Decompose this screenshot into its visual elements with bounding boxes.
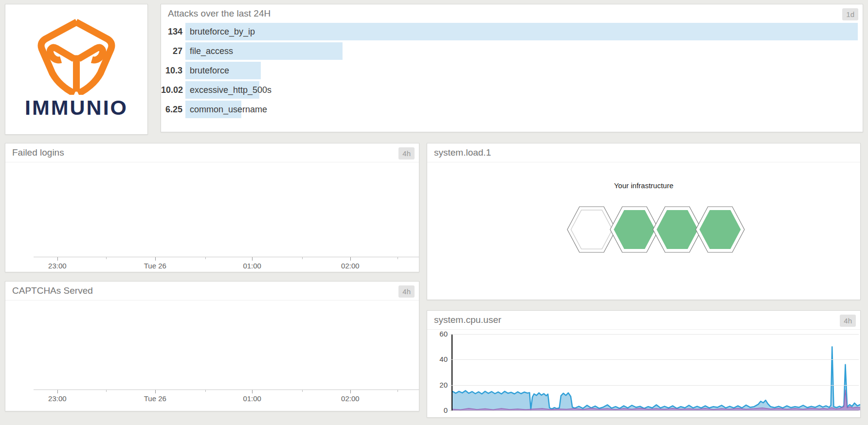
panel-title: Attacks over the last 24H bbox=[168, 8, 271, 19]
title-separator bbox=[5, 300, 419, 301]
panel-title: CAPTCHAs Served bbox=[12, 285, 93, 296]
captchas-panel: CAPTCHAs Served 4h 23:00Tue 2601:0002:00 bbox=[5, 281, 419, 411]
cpu-y-tick-label: 60 bbox=[427, 330, 448, 338]
toplist-row[interactable]: 10.02excessive_http_500s bbox=[161, 80, 858, 100]
axis-minor-tick bbox=[106, 257, 107, 259]
axis-tick-label: Tue 26 bbox=[144, 394, 166, 403]
captchas-x-axis[interactable]: 23:00Tue 2601:0002:00 bbox=[34, 390, 417, 410]
immunio-shield-icon bbox=[31, 15, 122, 95]
axis-major-tick bbox=[252, 390, 253, 393]
host-hexagon[interactable] bbox=[653, 207, 702, 252]
system-load-panel: system.load.1 Your infrastructure bbox=[427, 143, 861, 300]
axis-minor-tick bbox=[205, 257, 206, 259]
x-axis-line bbox=[34, 257, 419, 257]
logo-panel: IMMUNIO bbox=[5, 4, 148, 135]
panel-title: system.cpu.user bbox=[434, 315, 501, 325]
toplist-row[interactable]: 10.3bruteforce bbox=[161, 61, 858, 80]
axis-major-tick bbox=[57, 257, 58, 261]
axis-minor-tick bbox=[205, 390, 206, 392]
immunio-logo: IMMUNIO bbox=[5, 4, 147, 120]
toplist-row[interactable]: 6.25common_username bbox=[161, 100, 858, 119]
cpu-user-host-blue-area bbox=[452, 347, 860, 410]
cpu-gridline bbox=[450, 385, 859, 386]
toplist-label: file_access bbox=[190, 42, 233, 60]
toplist-label: bruteforce_by_ip bbox=[190, 23, 255, 40]
toplist-bar-track: file_access bbox=[185, 42, 858, 60]
toplist-bar-track: common_username bbox=[185, 101, 858, 118]
axis-major-tick bbox=[57, 390, 58, 393]
timeframe-badge: 1d bbox=[842, 8, 858, 20]
axis-tick-label: 23:00 bbox=[48, 262, 67, 270]
toplist-bar-track: bruteforce_by_ip bbox=[185, 23, 858, 40]
panel-title: Failed logins bbox=[12, 147, 64, 158]
cpu-y-tick-label: 0 bbox=[427, 406, 448, 414]
axis-major-tick bbox=[155, 257, 156, 261]
toplist-label: excessive_http_500s bbox=[190, 81, 271, 99]
axis-tick-label: 02:00 bbox=[341, 394, 360, 403]
failed-logins-panel: Failed logins 4h 23:00Tue 2601:0002:00 bbox=[5, 143, 419, 272]
axis-major-tick bbox=[350, 257, 351, 261]
title-separator bbox=[427, 162, 860, 162]
attacks-panel: Attacks over the last 24H 1d 134brutefor… bbox=[161, 4, 863, 132]
axis-minor-tick bbox=[398, 257, 398, 259]
cpu-y-tick-label: 20 bbox=[427, 381, 448, 389]
x-axis-line bbox=[34, 390, 419, 390]
axis-major-tick bbox=[350, 390, 351, 393]
axis-tick-label: Tue 26 bbox=[144, 262, 166, 270]
toplist-value: 10.02 bbox=[161, 85, 182, 95]
axis-major-tick bbox=[252, 257, 253, 261]
panel-title: system.load.1 bbox=[434, 147, 491, 158]
axis-tick-label: 01:00 bbox=[243, 394, 261, 403]
timeframe-badge: 4h bbox=[398, 285, 415, 298]
dashboard: IMMUNIO Attacks over the last 24H 1d 134… bbox=[0, 0, 868, 425]
toplist-bar-track: excessive_http_500s bbox=[185, 81, 858, 99]
toplist-bar-track: bruteforce bbox=[185, 62, 858, 79]
title-separator bbox=[5, 162, 419, 162]
toplist-value: 6.25 bbox=[161, 105, 182, 115]
host-hexagon[interactable] bbox=[696, 207, 744, 252]
toplist-row[interactable]: 134bruteforce_by_ip bbox=[161, 22, 858, 41]
cpu-gridline bbox=[450, 359, 859, 360]
brand-wordmark: IMMUNIO bbox=[5, 96, 147, 120]
cpu-y-tick-label: 40 bbox=[427, 355, 448, 363]
axis-tick-label: 23:00 bbox=[48, 394, 67, 403]
failed-logins-x-axis[interactable]: 23:00Tue 2601:0002:00 bbox=[34, 257, 417, 272]
toplist-row[interactable]: 27file_access bbox=[161, 41, 858, 61]
toplist-value: 10.3 bbox=[161, 66, 182, 76]
toplist-label: common_username bbox=[190, 101, 267, 118]
cpu-gridline bbox=[450, 410, 859, 411]
toplist-label: bruteforce bbox=[190, 62, 229, 79]
host-hexagon[interactable] bbox=[567, 207, 616, 252]
cpu-gridline bbox=[450, 334, 859, 335]
axis-minor-tick bbox=[398, 390, 398, 392]
toplist-value: 134 bbox=[161, 27, 182, 37]
timeframe-badge: 4h bbox=[840, 315, 856, 327]
host-hexagon[interactable] bbox=[610, 207, 659, 252]
toplist-value: 27 bbox=[161, 46, 182, 56]
axis-minor-tick bbox=[106, 390, 107, 392]
axis-minor-tick bbox=[302, 257, 303, 259]
timeframe-badge: 4h bbox=[398, 147, 415, 159]
axis-minor-tick bbox=[302, 390, 303, 392]
title-separator bbox=[427, 329, 860, 330]
infrastructure-label: Your infrastructure bbox=[427, 181, 860, 190]
cpu-chart-svg[interactable] bbox=[452, 334, 860, 410]
attacks-toplist: 134bruteforce_by_ip27file_access10.3brut… bbox=[161, 22, 858, 119]
cpu-panel: system.cpu.user 4h 0204060 bbox=[427, 310, 861, 418]
axis-tick-label: 02:00 bbox=[341, 262, 360, 270]
toplist-bar bbox=[185, 23, 858, 40]
axis-tick-label: 01:00 bbox=[243, 262, 261, 270]
hexmap-svg bbox=[566, 206, 745, 254]
axis-major-tick bbox=[155, 390, 156, 393]
